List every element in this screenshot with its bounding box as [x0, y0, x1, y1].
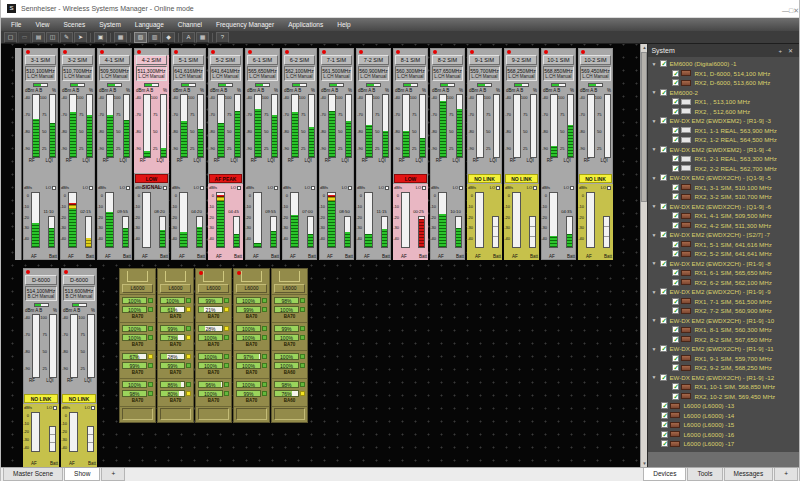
menu-language[interactable]: Language — [128, 21, 171, 28]
lo-checkbox[interactable] — [89, 186, 93, 190]
lo-checkbox[interactable] — [274, 186, 278, 190]
tree-receiver-row[interactable]: ✓ RX1, , 513,100 MHz — [648, 97, 799, 107]
lo-checkbox[interactable] — [200, 186, 204, 190]
lo-checkbox[interactable] — [496, 186, 500, 190]
channel-strip[interactable]: D-6000 514,100MHz B.CH Manual dBm A B % … — [23, 268, 59, 467]
tree-receiver-row[interactable]: ✓ RX1, 4-1 SIM, 509,500 MHz — [648, 211, 799, 221]
strip-name[interactable]: 4-2 SIM — [136, 55, 167, 65]
lo-checkbox[interactable] — [385, 186, 389, 190]
checkbox-icon[interactable]: ✓ — [660, 203, 667, 210]
menu-help[interactable]: Help — [330, 21, 357, 28]
checkbox-icon[interactable]: ✓ — [660, 146, 667, 153]
checkbox-icon[interactable]: ✓ — [672, 279, 679, 286]
tree-device-row[interactable]: ▼ ✓ EM6000-2 — [648, 88, 799, 98]
chevron-down-icon[interactable]: ▼ — [651, 61, 660, 67]
l6000-column[interactable]: L6000 99% 21% BA70 28% 100% BA70 — [195, 268, 232, 423]
channel-strip[interactable]: 4-2 SIM 511,300MHz L.CH Manual dBm A B %… — [134, 48, 169, 260]
checkbox-icon[interactable]: ✓ — [672, 127, 679, 134]
grid-view-button[interactable]: ▦ — [114, 32, 127, 43]
lo-checkbox[interactable] — [91, 406, 95, 410]
tree-receiver-row[interactable]: ✓ RX2, D-6000, 513,600 MHz — [648, 78, 799, 88]
tree-receiver-row[interactable]: ✓ RX2, 5-2 SIM, 641,641 MHz — [648, 249, 799, 259]
tree-device-row[interactable]: ▼ ✓ EW-DX EM2 (EWDX2CH) - [R1-9] -9 — [648, 287, 799, 297]
tree-device-row[interactable]: ▼ ✓ EW-DX EM2 (EWDX2CH) - [R1-9] -12 — [648, 373, 799, 383]
tree-receiver-row[interactable]: ✓ RX2, 2-2 REAL, 562,700 MHz — [648, 164, 799, 174]
new-file-button[interactable]: ▢ — [4, 32, 17, 43]
select-tool-button[interactable]: ➤ — [74, 32, 87, 43]
scene-tab-master-scene[interactable]: Master Scene — [3, 468, 63, 481]
chart-view-button[interactable]: ▥ — [148, 32, 161, 43]
checkbox-icon[interactable]: ✓ — [672, 298, 679, 305]
table-view-button[interactable]: ▦ — [196, 32, 209, 43]
chevron-down-icon[interactable]: ▼ — [651, 346, 660, 352]
scroll-down-arrow[interactable]: ▼ — [641, 460, 647, 467]
checkbox-icon[interactable]: ✓ — [672, 269, 679, 276]
channel-strip[interactable]: 8-2 SIM 567,650MHz L.CH Manual dBm A B %… — [430, 48, 465, 260]
checkbox-icon[interactable]: ✓ — [672, 222, 679, 229]
tree-device-row[interactable]: ✓ L6000 (L6000) -16 — [648, 430, 799, 440]
checkbox-icon[interactable]: ✓ — [672, 355, 679, 362]
menu-system[interactable]: System — [92, 21, 128, 28]
l6000-column[interactable]: L6000 98% 100% BA70 99% 100% BA70 — [271, 268, 308, 423]
channel-strip[interactable]: 10-1 SIM 568,850MHz L.CH Manual dBm A B … — [541, 48, 576, 260]
panel-tab-tools[interactable]: Tools — [687, 468, 722, 481]
channel-strip[interactable]: 5-1 SIM 641,616MHz L.CH Manual dBm A B %… — [171, 48, 206, 260]
channel-strip[interactable]: 5-2 SIM 641,641MHz L.CH Manual dBm A B %… — [208, 48, 243, 260]
strip-name[interactable]: 7-1 SIM — [321, 55, 352, 65]
tree-receiver-row[interactable]: ✓ RX2, 3-2 SIM, 510,700 MHz — [648, 192, 799, 202]
lo-checkbox[interactable] — [52, 186, 56, 190]
strip-name[interactable]: 9-1 SIM — [469, 55, 500, 65]
checkbox-icon[interactable]: ✓ — [660, 117, 667, 124]
checkbox-icon[interactable]: ✓ — [672, 212, 679, 219]
lo-checkbox[interactable] — [237, 186, 241, 190]
chevron-down-icon[interactable]: ▼ — [651, 118, 660, 124]
tree-receiver-row[interactable]: ✓ RX1, D-6000, 514,100 MHz — [648, 69, 799, 79]
checkbox-icon[interactable]: ✓ — [672, 70, 679, 77]
checkbox-icon[interactable]: ✓ — [672, 307, 679, 314]
lo-checkbox[interactable] — [459, 186, 463, 190]
checkbox-icon[interactable]: ✓ — [672, 184, 679, 191]
tree-receiver-row[interactable]: ✓ RX2, 6-2 SIM, 562,100 MHz — [648, 278, 799, 288]
channel-strip[interactable]: 9-1 SIM 559,700MHz L.CH Manual dBm A B %… — [467, 48, 502, 260]
strip-name[interactable]: 4-1 SIM — [99, 55, 130, 65]
checkbox-icon[interactable]: ✓ — [660, 60, 667, 67]
edit-tool-button[interactable]: ✎ — [60, 32, 73, 43]
chevron-down-icon[interactable]: ▼ — [651, 289, 660, 295]
lo-checkbox[interactable] — [607, 186, 611, 190]
menu-applications[interactable]: Applications — [281, 21, 330, 28]
checkbox-icon[interactable]: ✓ — [661, 440, 668, 447]
tree-device-row[interactable]: ✓ L6000 (L6000) -13 — [648, 401, 799, 411]
checkbox-icon[interactable]: ✓ — [661, 431, 668, 438]
l6000-column[interactable]: L6000 100% 100% BA70 100% 100% BA70 — [119, 268, 156, 423]
tree-receiver-row[interactable]: ✓ RX1, 10-1 SIM, 568,850 MHz — [648, 382, 799, 392]
channel-strip[interactable]: 3-1 SIM 510,100MHz L.CH Manual dBm A B %… — [23, 48, 58, 260]
lo-checkbox[interactable] — [53, 406, 57, 410]
checkbox-icon[interactable]: ✓ — [672, 250, 679, 257]
checkbox-icon[interactable]: ✓ — [660, 317, 667, 324]
strip-name[interactable]: 10-1 SIM — [543, 55, 574, 65]
menu-frequency-manager[interactable]: Frequency Manager — [209, 21, 281, 28]
tree-receiver-row[interactable]: ✓ RX2, 1-2 REAL, 564,500 MHz — [648, 135, 799, 145]
chevron-down-icon[interactable]: ▼ — [651, 175, 660, 181]
strip-name[interactable]: 5-2 SIM — [210, 55, 241, 65]
tree-device-row[interactable]: ✓ L6000 (L6000) -15 — [648, 420, 799, 430]
scrollbar-thumb[interactable] — [641, 52, 647, 202]
strip-name[interactable]: 3-1 SIM — [25, 55, 56, 65]
tree-receiver-row[interactable]: ✓ RX2, 4-2 SIM, 511,300 MHz — [648, 221, 799, 231]
checkbox-icon[interactable]: ✓ — [672, 393, 679, 400]
strip-name[interactable]: 8-1 SIM — [395, 55, 426, 65]
tree-device-row[interactable]: ▼ ✓ EW-DX EM2 (EWDX2CH) - [R1-9] -10 — [648, 316, 799, 326]
lo-checkbox[interactable] — [311, 186, 315, 190]
panel-tab-devices[interactable]: Devices — [643, 468, 686, 481]
strip-name[interactable]: D-6000 — [63, 275, 95, 285]
checkbox-icon[interactable]: ✓ — [660, 89, 667, 96]
strip-name[interactable]: 8-2 SIM — [432, 55, 463, 65]
tree-receiver-row[interactable]: ✓ RX2, , 512,600 MHz — [648, 107, 799, 117]
checkbox-icon[interactable]: ✓ — [672, 108, 679, 115]
tree-device-row[interactable]: ▼ ✓ EW-DX EM2 (EWDXEM2) - [R1-9] -4 — [648, 145, 799, 155]
panel-tab-messages[interactable]: Messages — [724, 468, 774, 481]
tree-device-row[interactable]: ▼ ✓ EW-DX EM2 (EWDX2CH) - [Q1-9] -6 — [648, 202, 799, 212]
checkbox-icon[interactable]: ✓ — [672, 165, 679, 172]
channel-strip[interactable]: D-6000 513,600MHz B.CH Manual dBm A B % … — [61, 268, 97, 467]
tree-receiver-row[interactable]: ✓ RX1, 1-1 REAL, 563,900 MHz — [648, 126, 799, 136]
